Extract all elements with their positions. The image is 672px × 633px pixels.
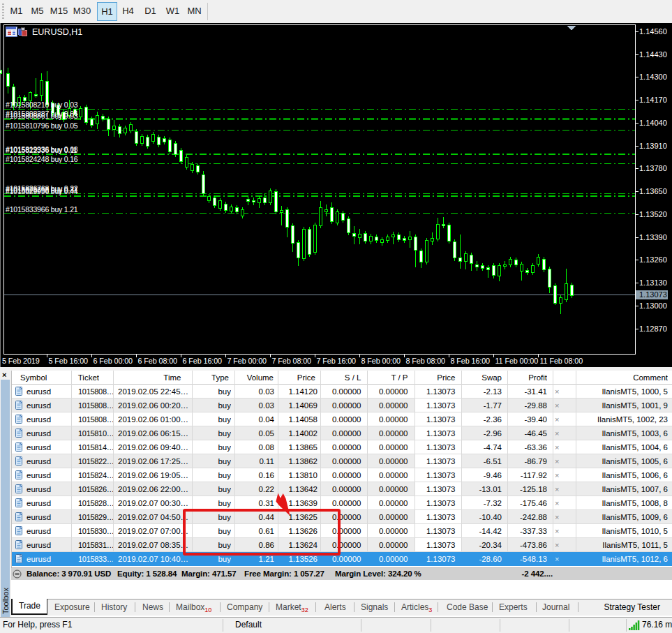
svg-text:1.13000: 1.13000 bbox=[639, 301, 667, 310]
svg-text:8 Feb 16:00: 8 Feb 16:00 bbox=[451, 357, 491, 365]
svg-text:5 Feb 2019: 5 Feb 2019 bbox=[2, 357, 40, 365]
svg-text:7 Feb 16:00: 7 Feb 16:00 bbox=[317, 357, 357, 365]
svg-text:#1015808210 buy 0.03: #1015808210 buy 0.03 bbox=[6, 100, 78, 109]
svg-text:EURUSD,H1: EURUSD,H1 bbox=[32, 27, 82, 37]
svg-text:1.13780: 1.13780 bbox=[639, 164, 667, 172]
svg-text:1.13073: 1.13073 bbox=[639, 290, 667, 299]
svg-text:6 Feb 00:00: 6 Feb 00:00 bbox=[94, 357, 133, 365]
svg-text:1.14560: 1.14560 bbox=[639, 27, 667, 36]
svg-text:5 Feb 16:00: 5 Feb 16:00 bbox=[49, 357, 89, 365]
svg-text:#1015810796 buy 0.05: #1015810796 buy 0.05 bbox=[6, 121, 78, 130]
svg-text:1.13650: 1.13650 bbox=[639, 187, 667, 195]
svg-text:7 Feb 00:00: 7 Feb 00:00 bbox=[227, 357, 267, 365]
svg-text:11 Feb 08:00: 11 Feb 08:00 bbox=[540, 357, 583, 365]
svg-text:#1015822336 buy 0.11: #1015822336 buy 0.11 bbox=[6, 146, 77, 154]
svg-text:8 Feb 08:00: 8 Feb 08:00 bbox=[406, 357, 446, 365]
svg-text:#1015808861 buy 0.03: #1015808861 buy 0.03 bbox=[6, 112, 78, 120]
svg-text:1.12870: 1.12870 bbox=[639, 325, 667, 333]
svg-text:1.14300: 1.14300 bbox=[639, 73, 667, 81]
svg-text:8 Feb 00:00: 8 Feb 00:00 bbox=[361, 357, 401, 365]
svg-text:1.13260: 1.13260 bbox=[639, 255, 667, 264]
svg-text:6 Feb 08:00: 6 Feb 08:00 bbox=[138, 357, 178, 365]
svg-text:1.13390: 1.13390 bbox=[639, 233, 667, 241]
svg-text:1.13910: 1.13910 bbox=[639, 142, 667, 150]
svg-text:11 Feb 00:00: 11 Feb 00:00 bbox=[495, 357, 539, 365]
svg-text:#1015824248 buy 0.16: #1015824248 buy 0.16 bbox=[6, 155, 78, 163]
svg-text:1.13130: 1.13130 bbox=[639, 278, 667, 287]
svg-text:1.14430: 1.14430 bbox=[639, 50, 667, 59]
svg-text:7 Feb 08:00: 7 Feb 08:00 bbox=[272, 357, 312, 365]
svg-text:6 Feb 16:00: 6 Feb 16:00 bbox=[183, 357, 223, 365]
svg-text:#1015829936 buy 0.44: #1015829936 buy 0.44 bbox=[6, 187, 78, 195]
svg-text:1.13520: 1.13520 bbox=[639, 210, 667, 218]
svg-text:1.14170: 1.14170 bbox=[639, 96, 667, 104]
svg-text:1.14040: 1.14040 bbox=[639, 119, 667, 127]
svg-text:#1015833966 buy 1.21: #1015833966 buy 1.21 bbox=[6, 205, 78, 214]
